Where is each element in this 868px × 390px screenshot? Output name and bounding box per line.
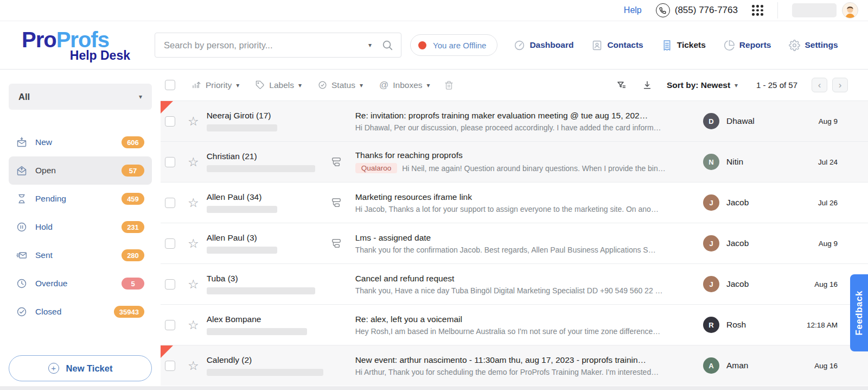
proprofs-logo[interactable]: ProProfs Help Desk xyxy=(22,29,130,62)
assignee-avatar: J xyxy=(703,194,719,211)
nav-reports[interactable]: Reports xyxy=(724,40,771,51)
star-icon[interactable]: ☆ xyxy=(188,278,199,291)
search-scope-caret-icon[interactable]: ▾ xyxy=(368,42,372,48)
ticket-row[interactable]: ☆ Neeraj Giroti (17) Re: invitation: pro… xyxy=(161,100,868,141)
ticket-row[interactable]: ☆ Alex Bompane Re: alex, left you a voic… xyxy=(161,304,868,345)
sidebar-item-sent[interactable]: Sent 280 xyxy=(9,241,152,269)
prev-page-button[interactable]: ‹ xyxy=(812,78,827,92)
star-icon[interactable]: ☆ xyxy=(188,115,199,128)
assignee-avatar: N xyxy=(703,154,719,170)
search-box[interactable]: ▾ xyxy=(155,33,401,58)
sender-block: Alex Bompane xyxy=(207,314,330,335)
sidebar-item-overdue[interactable]: Overdue 5 xyxy=(9,269,152,298)
sidebar-item-hold[interactable]: Hold 231 xyxy=(9,213,152,241)
tickets-icon xyxy=(661,40,673,51)
nav-tickets[interactable]: Tickets xyxy=(661,40,706,51)
redacted-email xyxy=(207,369,323,376)
labels-filter[interactable]: Labels ▾ xyxy=(256,80,302,90)
ticket-date: Aug 16 xyxy=(794,280,838,288)
sidebar-item-closed[interactable]: Closed 35943 xyxy=(9,298,152,326)
plus-icon: + xyxy=(48,363,59,374)
child-ticket-icon xyxy=(330,156,342,168)
sidebar-item-open[interactable]: Open 57 xyxy=(9,156,152,185)
row-checkbox[interactable] xyxy=(165,116,175,127)
user-avatar[interactable] xyxy=(842,2,858,18)
ticket-preview: Thank you, Have a nice day Tuba Bingöl D… xyxy=(355,286,663,295)
count-badge: 606 xyxy=(122,136,144,148)
overdue-flag-icon xyxy=(161,345,173,358)
reports-icon xyxy=(724,40,735,51)
offline-status-pill[interactable]: You are Offline xyxy=(410,34,497,56)
child-ticket-icon xyxy=(330,197,342,209)
star-icon[interactable]: ☆ xyxy=(188,197,199,209)
star-icon[interactable]: ☆ xyxy=(188,156,199,168)
search-icon[interactable] xyxy=(381,39,393,51)
sender-block: Allen Paul (34) xyxy=(207,192,330,213)
star-icon[interactable]: ☆ xyxy=(188,237,199,250)
row-checkbox[interactable] xyxy=(165,198,175,208)
next-page-button[interactable]: › xyxy=(832,78,848,92)
assignee-name: Rosh xyxy=(726,320,794,330)
nav-settings[interactable]: Settings xyxy=(789,40,838,51)
app-header: ProProfs Help Desk ▾ You are Offline Das… xyxy=(0,21,868,70)
ticket-row[interactable]: ☆ Allen Paul (3) Lms - assigned date Tha… xyxy=(161,223,868,263)
ticket-row[interactable]: ☆ Calendly (2) New event: arthur nascime… xyxy=(161,345,868,386)
top-bar: Help (855) 776-7763 xyxy=(0,0,868,21)
ticket-subject: Re: invitation: proprofs training maker … xyxy=(355,111,694,121)
download-icon[interactable] xyxy=(642,80,653,91)
feedback-tab[interactable]: Feedback xyxy=(850,274,868,351)
row-checkbox[interactable] xyxy=(165,279,175,290)
nav-dashboard[interactable]: Dashboard xyxy=(514,40,573,51)
help-link[interactable]: Help xyxy=(624,5,642,15)
ticket-row[interactable]: ☆ Allen Paul (34) Marketing resources if… xyxy=(161,182,868,223)
ticket-row[interactable]: ☆ Christian (21) Thanks for reaching pro… xyxy=(161,141,868,182)
count-badge: 280 xyxy=(122,249,144,261)
sidebar-item-pending[interactable]: Pending 459 xyxy=(9,185,152,213)
ticket-subject: New event: arthur nascimento - 11:30am t… xyxy=(355,355,694,365)
phone-group[interactable]: (855) 776-7763 xyxy=(656,3,738,17)
row-checkbox[interactable] xyxy=(165,238,175,249)
user-menu[interactable] xyxy=(792,2,858,18)
pagination-range: 1 - 25 of 57 xyxy=(756,80,797,90)
ticket-preview: Thank you for the confirmation Jacob. Be… xyxy=(355,246,656,254)
sidebar-item-new[interactable]: New 606 xyxy=(9,128,152,156)
row-checkbox[interactable] xyxy=(165,157,175,167)
sort-dropdown[interactable]: Sort by: Newest ▾ xyxy=(667,80,738,90)
nav-contacts[interactable]: Contacts xyxy=(591,40,643,51)
inbox-filter-dropdown[interactable]: All ▾ xyxy=(9,84,152,110)
label-chip: Qualaroo xyxy=(355,163,398,173)
contacts-icon xyxy=(591,40,603,51)
inboxes-filter[interactable]: @ Inboxes ▾ xyxy=(379,80,430,90)
sender-block: Neeraj Giroti (17) xyxy=(207,111,330,131)
star-icon[interactable]: ☆ xyxy=(188,319,199,331)
sender-block: Allen Paul (3) xyxy=(207,233,330,254)
priority-filter[interactable]: Priority ▾ xyxy=(192,80,239,90)
trash-icon[interactable] xyxy=(444,80,454,90)
filter-label: Priority xyxy=(206,80,232,90)
assignee-name: Dhawal xyxy=(726,116,794,126)
status-filter[interactable]: Status ▾ xyxy=(318,80,363,90)
check-circle-icon xyxy=(16,306,27,317)
new-ticket-button[interactable]: + New Ticket xyxy=(9,355,152,381)
chevron-down-icon: ▾ xyxy=(139,93,142,100)
advanced-filter-icon[interactable] xyxy=(616,80,628,91)
nav-label: Reports xyxy=(739,40,771,50)
ticket-list-panel: Priority ▾ Labels ▾ Status ▾ xyxy=(161,70,868,390)
toolbar-right-group: Sort by: Newest ▾ 1 - 25 of 57 ‹ › xyxy=(616,78,848,92)
assignee-avatar: D xyxy=(703,113,719,129)
select-all-checkbox[interactable] xyxy=(165,80,175,90)
assignee-avatar: J xyxy=(703,276,719,292)
search-input[interactable] xyxy=(164,40,365,51)
apps-grid-icon[interactable] xyxy=(752,5,763,16)
assignee-avatar: R xyxy=(703,317,719,333)
filter-label: Inboxes xyxy=(393,80,422,90)
folder-label: Sent xyxy=(35,250,113,260)
row-checkbox[interactable] xyxy=(165,320,175,330)
feedback-label: Feedback xyxy=(854,291,865,335)
ticket-subject: Cancel and refund request xyxy=(355,274,694,284)
ticket-date: Aug 9 xyxy=(794,240,838,248)
star-icon[interactable]: ☆ xyxy=(188,360,199,372)
sender-name: Calendly (2) xyxy=(207,355,330,365)
ticket-row[interactable]: ☆ Tuba (3) Cancel and refund request Tha… xyxy=(161,263,868,304)
row-checkbox[interactable] xyxy=(165,361,175,371)
